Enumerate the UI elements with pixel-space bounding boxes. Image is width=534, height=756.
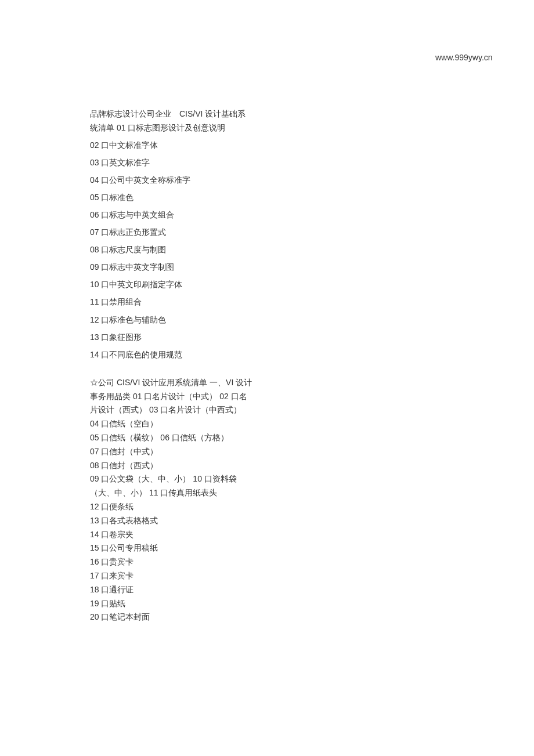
- list-item: 12 口便条纸: [90, 500, 252, 514]
- list-item: 14 口卷宗夹: [90, 528, 252, 542]
- list-item: 20 口笔记本封面: [90, 610, 252, 624]
- section2-intro: ☆公司 CIS/VI 设计应用系统清单 一、VI 设计事务用品类 01 口名片设…: [90, 376, 252, 431]
- list-item: 03 口英文标准字: [90, 154, 252, 171]
- list-item: 02 口中文标准字体: [90, 136, 252, 154]
- section1-intro: 品牌标志设计公司企业 CIS/VI 设计基础系统清单 01 口标志图形设计及创意…: [90, 107, 252, 135]
- list-item: 08 口标志尺度与制图: [90, 241, 252, 258]
- section2-list: 05 口信纸（横纹） 06 口信纸（方格） 07 口信封（中式） 08 口信封（…: [90, 431, 252, 624]
- list-item: 13 口各式表格格式: [90, 514, 252, 528]
- list-item: 05 口信纸（横纹） 06 口信纸（方格）: [90, 431, 252, 445]
- list-item: 07 口标志正负形置式: [90, 223, 252, 241]
- section1-list: 02 口中文标准字体 03 口英文标准字 04 口公司中英文全称标准字 05 口…: [90, 136, 252, 363]
- list-item: 10 口中英文印刷指定字体: [90, 276, 252, 293]
- list-item: 04 口公司中英文全称标准字: [90, 171, 252, 189]
- list-item: 08 口信封（西式）: [90, 459, 252, 473]
- list-item: 06 口标志与中英文组合: [90, 206, 252, 223]
- list-item: 14 口不同底色的使用规范: [90, 346, 252, 363]
- list-item: 19 口贴纸: [90, 597, 252, 611]
- list-item: 09 口标志中英文字制图: [90, 258, 252, 276]
- list-item: 11 口禁用组合: [90, 293, 252, 310]
- list-item: 13 口象征图形: [90, 328, 252, 346]
- section-gap: [90, 363, 252, 376]
- list-item: 17 口来宾卡: [90, 569, 252, 583]
- header-url: www.999ywy.cn: [435, 52, 499, 63]
- list-item: 16 口贵宾卡: [90, 555, 252, 569]
- list-item: 18 口通行证: [90, 583, 252, 597]
- list-item: 09 口公文袋（大、中、小） 10 口资料袋（大、中、小） 11 口传真用纸表头: [90, 472, 252, 500]
- list-item: 07 口信封（中式）: [90, 445, 252, 459]
- list-item: 15 口公司专用稿纸: [90, 541, 252, 555]
- list-item: 05 口标准色: [90, 189, 252, 206]
- document-body: 品牌标志设计公司企业 CIS/VI 设计基础系统清单 01 口标志图形设计及创意…: [90, 107, 252, 624]
- list-item: 12 口标准色与辅助色: [90, 311, 252, 328]
